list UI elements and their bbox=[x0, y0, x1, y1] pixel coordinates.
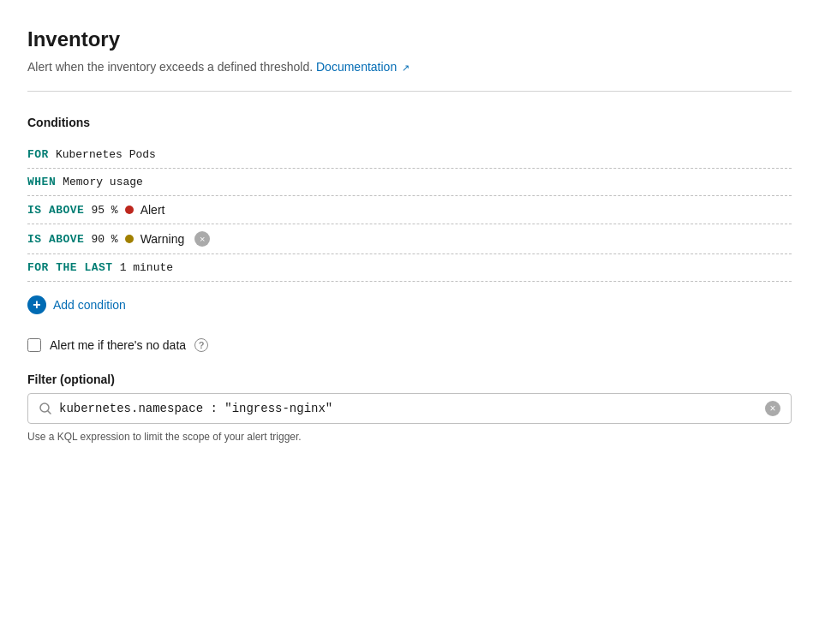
no-data-checkbox[interactable] bbox=[27, 338, 41, 352]
filter-input[interactable] bbox=[59, 402, 758, 415]
severity-warning-label: Warning bbox=[140, 232, 185, 246]
filter-label: Filter (optional) bbox=[27, 373, 792, 386]
condition-row-alert: IS ABOVE 95 % Alert bbox=[27, 196, 792, 224]
condition-row-when: WHEN Memory usage bbox=[27, 169, 792, 196]
condition-row-for-the-last: FOR THE LAST 1 minute bbox=[27, 254, 792, 282]
remove-warning-button[interactable]: × bbox=[194, 231, 210, 247]
keyword-for: FOR bbox=[27, 148, 49, 161]
add-condition-icon: + bbox=[27, 295, 46, 314]
value-memory-usage: Memory usage bbox=[63, 176, 143, 188]
warning-dot bbox=[125, 235, 134, 243]
filter-input-wrapper: × bbox=[27, 393, 792, 424]
keyword-is-above-alert: IS ABOVE bbox=[27, 204, 84, 217]
add-condition-button[interactable]: + Add condition bbox=[27, 295, 126, 314]
no-data-section: Alert me if there's no data ? bbox=[27, 338, 792, 352]
filter-hint: Use a KQL expression to limit the scope … bbox=[27, 431, 792, 443]
value-95: 95 % bbox=[91, 204, 117, 217]
subtitle-text: Alert when the inventory exceeds a defin… bbox=[27, 60, 313, 74]
documentation-link[interactable]: Documentation ↗ bbox=[316, 60, 410, 74]
svg-line-1 bbox=[48, 411, 51, 414]
clear-filter-button[interactable]: × bbox=[765, 401, 780, 416]
value-kubernetes-pods: Kubernetes Pods bbox=[56, 148, 156, 161]
condition-row-for: FOR Kubernetes Pods bbox=[27, 141, 792, 169]
docs-link-text: Documentation bbox=[316, 60, 397, 74]
external-link-icon: ↗ bbox=[402, 63, 410, 74]
add-condition-label: Add condition bbox=[53, 298, 126, 312]
search-icon bbox=[39, 402, 52, 415]
no-data-label: Alert me if there's no data bbox=[50, 338, 186, 352]
keyword-for-the-last: FOR THE LAST bbox=[27, 261, 113, 274]
no-data-help-icon[interactable]: ? bbox=[194, 338, 208, 352]
value-1-minute: 1 minute bbox=[120, 261, 173, 274]
page-title: Inventory bbox=[27, 27, 792, 51]
keyword-when: WHEN bbox=[27, 176, 56, 188]
subtitle: Alert when the inventory exceeds a defin… bbox=[27, 60, 792, 74]
conditions-label: Conditions bbox=[27, 116, 792, 129]
severity-alert-label: Alert bbox=[140, 203, 165, 217]
conditions-section: Conditions FOR Kubernetes Pods WHEN Memo… bbox=[27, 116, 792, 314]
filter-section: Filter (optional) × Use a KQL expression… bbox=[27, 373, 792, 443]
keyword-is-above-warning: IS ABOVE bbox=[27, 233, 84, 246]
section-divider bbox=[27, 91, 792, 92]
alert-dot bbox=[125, 206, 134, 214]
value-90: 90 % bbox=[91, 233, 117, 246]
condition-row-warning: IS ABOVE 90 % Warning × bbox=[27, 224, 792, 254]
